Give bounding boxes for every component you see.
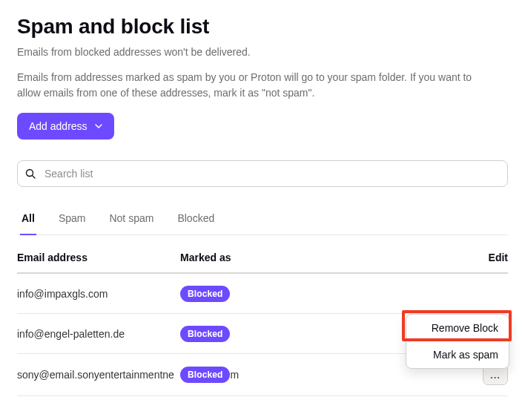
status-badge: Blocked <box>180 286 230 302</box>
tab-blocked[interactable]: Blocked <box>176 205 216 234</box>
svg-line-1 <box>33 176 36 179</box>
add-address-label: Add address <box>29 120 88 132</box>
cell-email: sony@email.sonyentertainmentne <box>17 369 180 381</box>
tab-spam[interactable]: Spam <box>57 205 88 234</box>
col-email: Email address <box>17 252 180 263</box>
menu-item-mark-as-spam[interactable]: Mark as spam <box>406 341 509 368</box>
search-wrapper <box>17 160 508 187</box>
page-description-2: Emails from addresses marked as spam by … <box>17 70 492 101</box>
tab-not-spam[interactable]: Not spam <box>108 205 155 234</box>
col-marked: Marked as <box>180 252 456 263</box>
filter-tabs: All Spam Not spam Blocked <box>17 205 508 235</box>
cell-email: info@engel-paletten.de <box>17 328 180 340</box>
cell-marked: Blocked m <box>180 367 456 383</box>
table-row: info@impaxgls.com Blocked <box>17 274 508 314</box>
tab-all[interactable]: All <box>20 205 36 234</box>
status-badge: Blocked <box>180 367 230 383</box>
cell-email: info@impaxgls.com <box>17 288 180 300</box>
page-description-1: Emails from blocked addresses won't be d… <box>17 45 508 59</box>
email-text: sony@email.sonyentertainmentne <box>17 369 174 381</box>
search-icon <box>25 168 36 179</box>
table-header: Email address Marked as Edit <box>17 252 508 274</box>
table-row: info@engel-paletten.de Blocked Remove Bl… <box>17 314 508 354</box>
row-action-menu: Remove Block Mark as spam <box>406 314 509 369</box>
col-edit: Edit <box>456 252 508 263</box>
status-badge: Blocked <box>180 326 230 342</box>
add-address-button[interactable]: Add address <box>17 113 114 140</box>
caret-down-icon <box>95 124 102 128</box>
menu-item-remove-block[interactable]: Remove Block <box>406 315 509 341</box>
email-overflow-trail: m <box>230 369 239 381</box>
blocklist-table: Email address Marked as Edit info@impaxg… <box>17 252 508 396</box>
cell-marked: Blocked <box>180 286 456 302</box>
page-title: Spam and block list <box>17 15 508 39</box>
search-input[interactable] <box>17 160 508 187</box>
